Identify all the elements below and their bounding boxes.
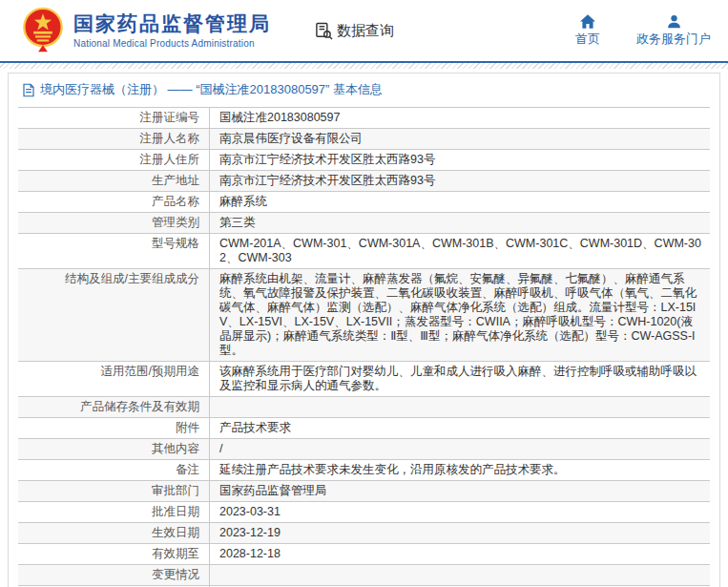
row-label-text: 管理类别 bbox=[152, 216, 199, 230]
row-value: 2023-03-31 bbox=[210, 502, 710, 522]
table-row: 其他内容/ bbox=[18, 439, 710, 460]
row-label-text: 结构及组成/主要组成成分 bbox=[65, 272, 199, 286]
hatch-divider bbox=[0, 63, 728, 69]
data-query-nav[interactable]: 数据查询 bbox=[315, 22, 394, 40]
row-label-text: 型号规格 bbox=[152, 237, 199, 251]
row-label-text: 附件 bbox=[176, 421, 199, 435]
header: 国家药品监督管理局 National Medical Products Admi… bbox=[0, 0, 728, 63]
nav-home[interactable]: 首页 bbox=[575, 14, 600, 48]
row-value: 2023-12-19 bbox=[210, 523, 710, 543]
row-value: 麻醉系统由机架、流量计、麻醉蒸发器（氟烷、安氟醚、异氟醚、七氟醚）、麻醉通气系统… bbox=[210, 269, 710, 361]
brand[interactable]: 国家药品监督管理局 National Medical Products Admi… bbox=[21, 7, 271, 54]
row-label-text: 其他内容 bbox=[152, 442, 199, 456]
info-table: 注册证编号国械注准20183080597注册人名称南京晨伟医疗设备有限公司注册人… bbox=[18, 107, 710, 587]
row-value: 南京市江宁经济技术开发区胜太西路93号 bbox=[210, 171, 710, 191]
table-row: 注册人住所南京市江宁经济技术开发区胜太西路93号 bbox=[18, 150, 710, 171]
table-row: 适用范围/预期用途该麻醉系统用于医疗部门对婴幼儿、儿童和成人进行吸入麻醉、进行控… bbox=[18, 362, 710, 397]
top-nav: 首页 政务服务门户 bbox=[575, 14, 711, 48]
row-label: 备注 bbox=[18, 460, 210, 480]
table-row: 结构及组成/主要组成成分麻醉系统由机架、流量计、麻醉蒸发器（氟烷、安氟醚、异氟醚… bbox=[18, 269, 710, 362]
row-value: 该麻醉系统用于医疗部门对婴幼儿、儿童和成人进行吸入麻醉、进行控制呼吸或辅助呼吸以… bbox=[210, 362, 710, 396]
table-row: 生效日期2023-12-19 bbox=[18, 523, 710, 544]
row-label: 生效日期 bbox=[18, 523, 210, 543]
table-row: 生产地址南京市江宁经济技术开发区胜太西路93号 bbox=[18, 171, 710, 192]
breadcrumb: 境内医疗器械（注册） —— “国械注准20183080597” 基本信息 bbox=[9, 73, 719, 106]
row-label-text: 审批部门 bbox=[152, 484, 199, 498]
row-value: 麻醉系统 bbox=[210, 192, 710, 212]
document-search-icon bbox=[315, 22, 333, 40]
table-row: 产品名称麻醉系统 bbox=[18, 192, 710, 213]
row-label: 管理类别 bbox=[18, 213, 210, 233]
national-emblem-icon bbox=[21, 7, 65, 54]
row-label: 注册证编号 bbox=[18, 108, 210, 128]
row-label: 变更情况 bbox=[18, 565, 210, 585]
row-value: 南京晨伟医疗设备有限公司 bbox=[210, 129, 710, 149]
row-value: CWM-201A、CWM-301、CWM-301A、CWM-301B、CWM-3… bbox=[210, 234, 710, 268]
row-value: 第三类 bbox=[210, 213, 710, 233]
breadcrumb-text: 境内医疗器械（注册） —— “国械注准20183080597” 基本信息 bbox=[40, 81, 383, 98]
row-label: 其他内容 bbox=[18, 439, 210, 459]
row-label: 产品名称 bbox=[18, 192, 210, 212]
row-value: / bbox=[210, 439, 710, 459]
row-label-text: 生产地址 bbox=[152, 174, 199, 188]
row-value: 2028-12-18 bbox=[210, 544, 710, 564]
table-row: 产品储存条件及有效期 bbox=[18, 397, 710, 418]
brand-text: 国家药品监督管理局 National Medical Products Admi… bbox=[73, 12, 271, 49]
row-label: 注册人名称 bbox=[18, 129, 210, 149]
nav-portal-label: 政务服务门户 bbox=[636, 31, 711, 48]
org-name-cn: 国家药品监督管理局 bbox=[73, 12, 271, 35]
row-value: 南京市江宁经济技术开发区胜太西路93号 bbox=[210, 150, 710, 170]
row-label-text: 注册人住所 bbox=[140, 153, 200, 167]
home-icon bbox=[580, 14, 595, 29]
row-value: 国械注准20183080597 bbox=[210, 108, 710, 128]
row-label-text: 注册人名称 bbox=[140, 132, 200, 146]
row-label: 批准日期 bbox=[18, 502, 210, 522]
table-row: 型号规格CWM-201A、CWM-301、CWM-301A、CWM-301B、C… bbox=[18, 234, 710, 269]
row-value bbox=[210, 397, 710, 417]
table-row: 变更情况 bbox=[18, 565, 710, 586]
user-icon bbox=[667, 14, 681, 29]
table-row: 注册人名称南京晨伟医疗设备有限公司 bbox=[18, 129, 710, 150]
row-value: 产品技术要求 bbox=[210, 418, 710, 438]
content-box: 境内医疗器械（注册） —— “国械注准20183080597” 基本信息 注册证… bbox=[8, 73, 720, 587]
row-label: 注册人住所 bbox=[18, 150, 210, 170]
row-label-text: 产品名称 bbox=[152, 195, 199, 209]
row-label-text: 有效期至 bbox=[152, 547, 199, 561]
row-value: 延续注册产品技术要求未发生变化，沿用原核发的产品技术要求。 bbox=[210, 460, 710, 480]
row-label: 型号规格 bbox=[18, 234, 210, 268]
row-label: 产品储存条件及有效期 bbox=[18, 397, 210, 417]
row-label: 生产地址 bbox=[18, 171, 210, 191]
org-name-en: National Medical Products Administration bbox=[73, 38, 271, 49]
table-row: 批准日期2023-03-31 bbox=[18, 502, 710, 523]
data-query-label: 数据查询 bbox=[337, 22, 394, 40]
document-icon bbox=[22, 83, 35, 97]
row-label-text: 注册证编号 bbox=[140, 111, 200, 125]
nav-portal[interactable]: 政务服务门户 bbox=[636, 14, 711, 48]
row-label: 结构及组成/主要组成成分 bbox=[18, 269, 210, 361]
row-label-text: 变更情况 bbox=[152, 568, 199, 582]
row-label-text: 产品储存条件及有效期 bbox=[80, 400, 199, 414]
row-label-text: 适用范围/预期用途 bbox=[101, 365, 199, 379]
row-value: 国家药品监督管理局 bbox=[210, 481, 710, 501]
row-label: 附件 bbox=[18, 418, 210, 438]
row-label: 审批部门 bbox=[18, 481, 210, 501]
table-row: 附件产品技术要求 bbox=[18, 418, 710, 439]
row-value bbox=[210, 565, 710, 585]
table-row: 注册证编号国械注准20183080597 bbox=[18, 108, 710, 129]
row-label-text: 备注 bbox=[176, 463, 199, 477]
table-row: 备注延续注册产品技术要求未发生变化，沿用原核发的产品技术要求。 bbox=[18, 460, 710, 481]
table-row: 管理类别第三类 bbox=[18, 213, 710, 234]
row-label-text: 生效日期 bbox=[152, 526, 199, 540]
row-label: 有效期至 bbox=[18, 544, 210, 564]
table-row: 审批部门国家药品监督管理局 bbox=[18, 481, 710, 502]
row-label: 适用范围/预期用途 bbox=[18, 362, 210, 396]
table-row: 有效期至2028-12-18 bbox=[18, 544, 710, 565]
row-label-text: 批准日期 bbox=[152, 505, 199, 519]
nav-home-label: 首页 bbox=[575, 31, 600, 48]
